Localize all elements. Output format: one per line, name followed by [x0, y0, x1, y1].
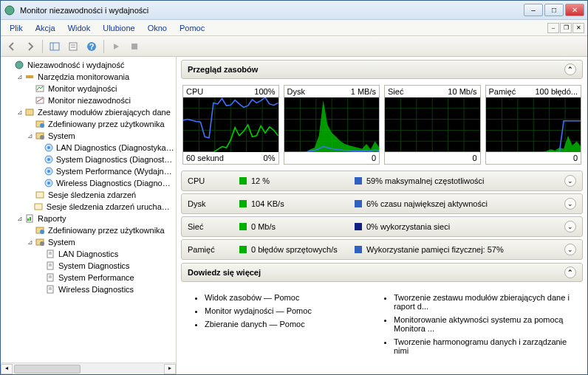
stop-button[interactable] — [126, 38, 143, 55]
separator — [42, 40, 43, 53]
expand-icon[interactable]: ⌄ — [564, 198, 576, 210]
help-button[interactable]: ? — [83, 38, 100, 55]
metric-name: CPU — [188, 176, 239, 185]
svg-rect-29 — [27, 219, 29, 221]
tree-item[interactable]: LAN Diagnostics (Diagnostyka sieci l — [2, 142, 174, 154]
chart-zero: 0% — [264, 154, 276, 162]
user-icon — [34, 119, 46, 129]
tree-item[interactable]: System Performance (Wydajność sys — [2, 165, 174, 177]
menu-plik[interactable]: Plik — [4, 22, 29, 34]
show-hide-button[interactable] — [47, 38, 63, 55]
minimize-button[interactable]: – — [524, 4, 543, 16]
scroll-track[interactable] — [13, 364, 164, 374]
tree-item-label: Monitor niezawodności — [48, 96, 131, 105]
h-scrollbar[interactable]: ◂ ▸ — [1, 362, 176, 374]
properties-button[interactable] — [65, 38, 81, 55]
run-button[interactable] — [108, 38, 124, 55]
tools-icon — [24, 72, 35, 82]
tree-item[interactable]: Sesje śledzenia zdarzeń — [2, 189, 174, 201]
tree-item[interactable]: Sesje śledzenia zdarzeń uruchamiania — [2, 201, 174, 213]
learnmore-header[interactable]: Dowiedz się więcej ⌃ — [181, 263, 583, 282]
collapse-icon[interactable]: ⌃ — [564, 266, 576, 278]
nav-back-button[interactable] — [4, 38, 20, 55]
tree-item[interactable]: LAN Diagnostics — [2, 248, 174, 260]
tree-item[interactable]: Wireless Diagnostics — [2, 283, 174, 295]
expand-icon[interactable]: ⊿ — [16, 215, 24, 222]
diag-icon — [44, 142, 54, 153]
expand-icon[interactable]: ⊿ — [16, 109, 24, 116]
tree-item[interactable]: ⊿Raporty — [2, 213, 174, 224]
tree-item[interactable]: System Diagnostics — [2, 260, 174, 272]
toolbar: ? — [1, 36, 587, 57]
tree-item[interactable]: Zdefiniowany przez użytkownika — [2, 224, 174, 236]
titlebar[interactable]: Monitor niezawodności i wydajności – □ ✕ — [1, 1, 587, 20]
mdi-close[interactable]: ✕ — [572, 23, 584, 33]
chart-cpu[interactable]: CPU100%60 sekund0% — [182, 85, 279, 165]
rpt-icon — [44, 261, 56, 271]
tree-item[interactable]: ⊿Zestawy modułów zbierających dane — [2, 106, 174, 118]
tree-item-label: System Diagnostics (Diagnostyka sys — [56, 155, 174, 164]
expand-icon[interactable]: ⌄ — [564, 244, 576, 255]
rpt-icon — [44, 249, 56, 259]
maximize-button[interactable]: □ — [544, 4, 564, 16]
nav-tree[interactable]: Niezawodność i wydajność⊿Narzędzia monit… — [1, 57, 176, 362]
dcs-icon — [24, 107, 35, 117]
nav-forward-button[interactable] — [22, 38, 38, 55]
mdi-restore[interactable]: ❐ — [560, 23, 572, 33]
expand-icon[interactable]: ⊿ — [16, 73, 24, 80]
tree-item[interactable]: Monitor niezawodności — [2, 94, 174, 106]
chart-sieć[interactable]: Sieć10 Mb/s0 — [384, 85, 481, 165]
metric-desc: Wykorzystanie pamięci fizycznej: 57% — [366, 245, 564, 254]
tree-item[interactable]: ⊿System — [2, 236, 174, 248]
metric-value: 12 % — [251, 176, 355, 185]
learnmore-title: Dowiedz się więcej — [188, 268, 261, 277]
tree-item[interactable]: System Diagnostics (Diagnostyka sys — [2, 154, 174, 165]
menu-widok[interactable]: Widok — [62, 22, 97, 34]
scroll-thumb[interactable] — [14, 365, 81, 374]
chart-max: 10 Mb/s — [448, 87, 476, 96]
help-link[interactable]: Tworzenie zestawu modułów zbierających d… — [394, 291, 571, 313]
expand-icon[interactable]: ⌄ — [564, 221, 576, 233]
scroll-right-button[interactable]: ▸ — [164, 364, 176, 374]
expand-icon[interactable]: ⊿ — [26, 238, 34, 246]
metric-row-pamięć[interactable]: Pamięć0 błędów sprzętowych/sWykorzystani… — [181, 239, 583, 260]
expand-icon[interactable]: ⊿ — [26, 132, 34, 140]
tree-item[interactable]: ⊿System — [2, 130, 174, 142]
chart-pamięć[interactable]: Pamięć100 błędó...0 — [485, 85, 582, 165]
help-link[interactable]: Monitor wydajności — Pomoc — [205, 304, 382, 317]
metric-row-dysk[interactable]: Dysk104 KB/s6% czasu największej aktywno… — [181, 193, 583, 214]
help-link[interactable]: Zbieranie danych — Pomoc — [205, 317, 382, 331]
chart-max: 1 MB/s — [351, 87, 376, 96]
help-link[interactable]: Widok zasobów — Pomoc — [205, 291, 382, 304]
help-link[interactable]: Tworzenie harmonogramu danych i zarządza… — [394, 335, 571, 357]
tree-item[interactable]: Monitor wydajności — [2, 83, 174, 94]
svg-rect-13 — [26, 109, 33, 115]
tree-item[interactable]: Zdefiniowany przez użytkownika — [2, 118, 174, 130]
sys-icon — [34, 237, 46, 247]
tree-item-label: Zdefiniowany przez użytkownika — [48, 120, 165, 128]
menu-akcja[interactable]: Akcja — [30, 22, 61, 34]
metric-row-cpu[interactable]: CPU12 %59% maksymalnej częstotliwości⌄ — [181, 171, 583, 191]
tree-pane: Niezawodność i wydajność⊿Narzędzia monit… — [1, 57, 177, 374]
monitor-icon — [13, 60, 25, 70]
color-swatch-icon — [239, 200, 247, 207]
collapse-icon[interactable]: ⌃ — [564, 63, 576, 75]
tree-item[interactable]: System Performance — [2, 272, 174, 283]
scroll-left-button[interactable]: ◂ — [1, 364, 13, 374]
close-button[interactable]: ✕ — [565, 4, 584, 16]
expand-icon[interactable]: ⌄ — [564, 175, 576, 187]
chart-dysk[interactable]: Dysk1 MB/s0 — [284, 85, 380, 165]
help-link[interactable]: Monitorowanie aktywności systemu za pomo… — [394, 313, 571, 335]
svg-text:?: ? — [89, 42, 95, 51]
tree-item[interactable]: Wireless Diagnostics (Diagnostyka si — [2, 177, 174, 189]
tree-item[interactable]: ⊿Narzędzia monitorowania — [2, 71, 174, 83]
metric-row-sieć[interactable]: Sieć0 Mb/s0% wykorzystania sieci⌄ — [181, 216, 583, 237]
tree-item[interactable]: Niezawodność i wydajność — [2, 59, 174, 71]
menu-okno[interactable]: Okno — [142, 22, 173, 34]
overview-header[interactable]: Przegląd zasobów ⌃ — [181, 60, 583, 79]
tree-item-label: Wireless Diagnostics (Diagnostyka si — [56, 179, 174, 188]
menu-pomoc[interactable]: Pomoc — [174, 22, 211, 34]
svg-rect-8 — [131, 44, 137, 49]
mdi-minimize[interactable]: – — [547, 23, 559, 33]
menu-ulubione[interactable]: Ulubione — [97, 22, 140, 34]
